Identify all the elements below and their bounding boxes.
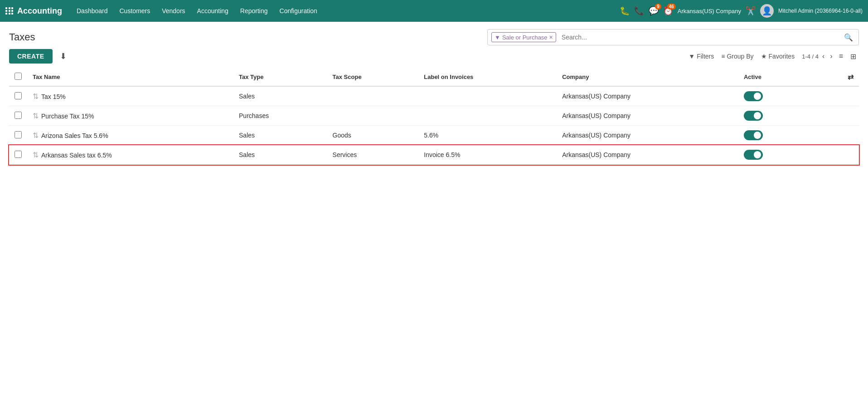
bug-icon-btn[interactable]: 🐛 [620, 6, 630, 16]
table-row: ⇅Purchase Tax 15%PurchasesArkansas(US) C… [9, 106, 859, 126]
drag-handle[interactable]: ⇅ [33, 151, 39, 159]
col-header-check[interactable] [9, 68, 27, 86]
row-tax-scope [327, 86, 419, 106]
row-company: Arkansas(US) Company [557, 145, 738, 165]
table-row: ⇅Tax 15%SalesArkansas(US) Company [9, 86, 859, 106]
toggle-label[interactable] [744, 150, 763, 160]
row-tax-name[interactable]: ⇅Tax 15% [27, 86, 233, 106]
toggle-label[interactable] [744, 91, 763, 101]
row-active-toggle[interactable] [738, 145, 842, 165]
col-settings-icon[interactable]: ⇄ [848, 73, 853, 81]
row-active-toggle[interactable] [738, 126, 842, 145]
row-tax-name[interactable]: ⇅Purchase Tax 15% [27, 106, 233, 126]
nav-item-accounting[interactable]: Accounting [192, 5, 234, 17]
groupby-btn[interactable]: ≡ Group By [721, 53, 753, 60]
brand-label[interactable]: Accounting [17, 6, 62, 16]
nav-menu: Dashboard Customers Vendors Accounting R… [71, 5, 618, 17]
next-page-btn[interactable]: › [828, 51, 834, 61]
list-view-btn[interactable]: ≡ [836, 51, 846, 61]
row-tax-type: Sales [233, 145, 327, 165]
toggle-knob [754, 93, 761, 100]
row-label-invoices: 5.6% [418, 126, 557, 145]
toggle-slider [744, 91, 763, 101]
row-active-toggle[interactable] [738, 106, 842, 126]
toggle-slider [744, 130, 763, 140]
row-company: Arkansas(US) Company [557, 106, 738, 126]
row-tax-scope [327, 106, 419, 126]
row-extra [842, 126, 859, 145]
col-header-label-invoices: Label on Invoices [418, 68, 557, 86]
download-button[interactable]: ⬇ [56, 49, 70, 63]
filters-btn[interactable]: ▼ Filters [689, 53, 714, 60]
filters-icon: ▼ [689, 53, 695, 60]
pagination-area: 1-4 / 4 ‹ › ≡ ⊞ [802, 51, 859, 62]
row-checkbox[interactable] [15, 131, 22, 138]
search-area: ▼ Sale or Purchase × 🔍 [487, 29, 859, 45]
nav-item-dashboard[interactable]: Dashboard [71, 5, 113, 17]
toggle-knob [754, 151, 761, 158]
row-extra [842, 145, 859, 165]
page-title: Taxes [9, 31, 35, 43]
row-company: Arkansas(US) Company [557, 86, 738, 106]
page-header-row: Taxes ▼ Sale or Purchase × 🔍 [9, 29, 859, 45]
filter-icon: ▼ [495, 34, 500, 41]
col-header-settings: ⇄ [842, 68, 859, 86]
col-header-tax-name: Tax Name [27, 68, 233, 86]
settings-icon-btn[interactable]: ✂️ [746, 6, 756, 16]
row-company: Arkansas(US) Company [557, 126, 738, 145]
main-content: Taxes ▼ Sale or Purchase × 🔍 CREATE ⬇ ▼ … [0, 22, 868, 398]
search-icon-btn[interactable]: 🔍 [840, 31, 857, 44]
filter-tag-close-icon[interactable]: × [549, 34, 553, 41]
row-tax-name[interactable]: ⇅Arkansas Sales tax 6.5% [27, 145, 233, 165]
search-input[interactable] [558, 32, 840, 43]
nav-item-reporting[interactable]: Reporting [235, 5, 273, 17]
row-checkbox[interactable] [15, 112, 22, 119]
row-label-invoices: Invoice 6.5% [418, 145, 557, 165]
activity-icon-btn[interactable]: ⏰ 46 [663, 6, 673, 16]
nav-item-configuration[interactable]: Configuration [274, 5, 323, 17]
favorites-icon: ★ [761, 53, 767, 60]
chat-icon-btn[interactable]: 💬 9 [649, 6, 659, 16]
prev-page-btn[interactable]: ‹ [820, 51, 826, 61]
row-active-toggle[interactable] [738, 86, 842, 106]
chat-badge: 9 [655, 4, 661, 10]
filters-label: Filters [697, 53, 714, 60]
nav-item-customers[interactable]: Customers [114, 5, 156, 17]
row-label-invoices [418, 86, 557, 106]
row-tax-type: Purchases [233, 106, 327, 126]
apps-grid-icon[interactable] [5, 7, 14, 15]
row-checkbox-cell [9, 145, 27, 165]
topnav-right: 🐛 📞 💬 9 ⏰ 46 Arkansas(US) Company ✂️ 👤 M… [620, 4, 863, 18]
filters-toolbar: ▼ Filters ≡ Group By ★ Favorites 1-4 / 4… [689, 51, 859, 62]
row-tax-scope: Services [327, 145, 419, 165]
toggle-knob [754, 132, 761, 139]
create-button[interactable]: CREATE [9, 49, 53, 64]
row-tax-type: Sales [233, 126, 327, 145]
pagination-label: 1-4 / 4 [802, 53, 819, 60]
toggle-label[interactable] [744, 111, 763, 121]
filter-tag[interactable]: ▼ Sale or Purchase × [491, 32, 556, 42]
drag-handle[interactable]: ⇅ [33, 93, 39, 100]
phone-icon-btn[interactable]: 📞 [634, 6, 644, 16]
avatar[interactable]: 👤 [760, 4, 774, 18]
table-row: ⇅Arizona Sales Tax 5.6%SalesGoods5.6%Ark… [9, 126, 859, 145]
col-header-active: Active [738, 68, 842, 86]
col-header-tax-type: Tax Type [233, 68, 327, 86]
kanban-view-btn[interactable]: ⊞ [848, 51, 859, 62]
row-checkbox-cell [9, 106, 27, 126]
select-all-checkbox[interactable] [15, 73, 22, 80]
drag-handle[interactable]: ⇅ [33, 132, 39, 139]
toggle-label[interactable] [744, 130, 763, 140]
toggle-slider [744, 150, 763, 160]
top-navbar: Accounting Dashboard Customers Vendors A… [0, 0, 868, 22]
row-tax-type: Sales [233, 86, 327, 106]
nav-item-vendors[interactable]: Vendors [156, 5, 190, 17]
drag-handle[interactable]: ⇅ [33, 112, 39, 120]
company-name: Arkansas(US) Company [678, 8, 741, 15]
row-checkbox[interactable] [15, 92, 22, 99]
row-checkbox[interactable] [15, 151, 22, 158]
favorites-btn[interactable]: ★ Favorites [761, 53, 795, 60]
row-tax-name[interactable]: ⇅Arizona Sales Tax 5.6% [27, 126, 233, 145]
row-extra [842, 106, 859, 126]
user-label: Mitchell Admin (20366964-16-0-all) [778, 8, 863, 14]
